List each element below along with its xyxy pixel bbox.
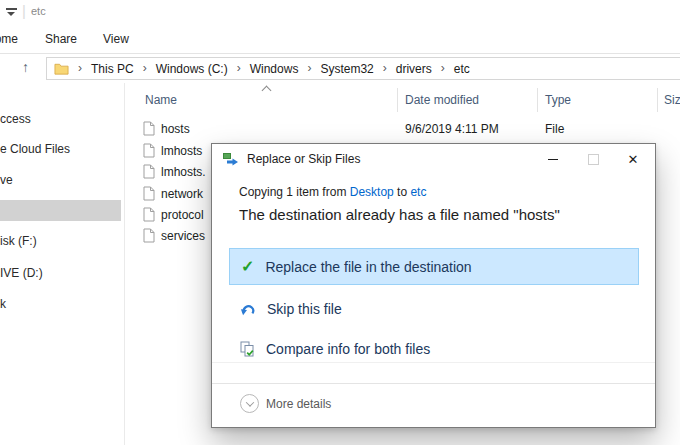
quick-access-toolbar-icon[interactable] — [6, 8, 18, 16]
maximize-icon — [588, 154, 599, 165]
close-icon: ✕ — [628, 152, 639, 167]
replace-file-label: Replace the file in the destination — [265, 259, 471, 275]
destination-folder-link[interactable]: etc — [410, 185, 426, 199]
sidebar-item-selected[interactable] — [0, 200, 121, 221]
more-details-toggle[interactable]: More details — [240, 394, 331, 413]
source-folder-link[interactable]: Desktop — [350, 185, 394, 199]
copy-status-mid: to — [394, 185, 411, 199]
column-divider[interactable] — [397, 88, 398, 112]
compare-files-icon — [240, 341, 255, 357]
file-icon — [143, 121, 155, 136]
breadcrumb-system32[interactable]: System32 — [320, 62, 373, 76]
breadcrumb-windows-c[interactable]: Windows (C:) — [156, 62, 228, 76]
sidebar-item-cloud-files[interactable]: e Cloud Files — [0, 141, 70, 157]
tab-home[interactable]: Home — [0, 32, 18, 46]
file-icon — [143, 207, 155, 222]
breadcrumb-windows[interactable]: Windows — [250, 62, 299, 76]
breadcrumb-separator: › — [237, 61, 241, 75]
file-row-name[interactable]: lmhosts. — [161, 164, 206, 180]
skip-file-option[interactable]: Skip this file — [229, 290, 639, 327]
dialog-divider — [212, 383, 655, 384]
folder-icon — [54, 62, 69, 75]
minimize-button[interactable] — [533, 144, 573, 174]
dialog-divider — [212, 362, 655, 363]
explorer-window: | etc Home Share View ↑ › This PC › Wind… — [0, 0, 680, 445]
column-header-type[interactable]: Type — [545, 93, 571, 107]
dialog-window-controls: ✕ — [533, 144, 653, 174]
dialog-titlebar: Replace or Skip Files ✕ — [212, 144, 655, 174]
sidebar-item-onedrive[interactable]: ve — [0, 172, 13, 188]
file-row-name[interactable]: network — [161, 186, 203, 202]
replace-or-skip-dialog: Replace or Skip Files ✕ Copying 1 item f… — [211, 143, 656, 428]
sort-ascending-icon — [262, 86, 272, 96]
column-divider[interactable] — [657, 88, 658, 112]
address-bar[interactable]: › This PC › Windows (C:) › Windows › Sys… — [46, 57, 680, 80]
breadcrumb-separator: › — [143, 61, 147, 75]
file-icon — [143, 164, 155, 179]
skip-file-label: Skip this file — [267, 301, 342, 317]
breadcrumb-this-pc[interactable]: This PC — [91, 62, 134, 76]
titlebar-divider: | — [22, 2, 26, 19]
breadcrumb-separator: › — [441, 61, 445, 75]
chevron-down-icon — [7, 12, 15, 16]
ribbon-divider — [0, 53, 680, 54]
compare-files-label: Compare info for both files — [266, 341, 430, 357]
sidebar-item-disk-f[interactable]: isk (F:) — [0, 233, 37, 249]
file-row-name[interactable]: lmhosts — [161, 143, 202, 159]
tab-view[interactable]: View — [103, 32, 129, 46]
tab-share[interactable]: Share — [45, 32, 77, 46]
sidebar-divider — [124, 83, 125, 445]
file-row-name[interactable]: protocol — [161, 207, 204, 223]
file-icon — [143, 228, 155, 243]
window-title: etc — [31, 5, 46, 17]
copy-status-prefix: Copying 1 item from — [239, 185, 350, 199]
conflict-headline: The destination already has a file named… — [239, 206, 560, 223]
breadcrumb-separator: › — [383, 61, 387, 75]
close-button[interactable]: ✕ — [613, 144, 653, 174]
qat-bar — [6, 8, 17, 10]
breadcrumb-separator: › — [78, 61, 82, 75]
sidebar-item-network[interactable]: k — [0, 296, 6, 312]
breadcrumb-drivers[interactable]: drivers — [396, 62, 432, 76]
breadcrumb-separator: › — [307, 61, 311, 75]
column-divider[interactable] — [537, 88, 538, 112]
copy-files-icon — [223, 152, 239, 166]
file-row-type: File — [545, 122, 564, 136]
maximize-button — [573, 144, 613, 174]
skip-arrow-icon — [240, 301, 256, 317]
file-icon — [143, 186, 155, 201]
chevron-down-circle-icon — [240, 394, 259, 413]
chevron-down-icon — [245, 398, 253, 406]
column-header-date[interactable]: Date modified — [405, 93, 479, 107]
copy-status-line: Copying 1 item from Desktop to etc — [239, 185, 426, 199]
breadcrumb-etc[interactable]: etc — [454, 62, 470, 76]
sidebar-item-drive-d[interactable]: IVE (D:) — [0, 265, 43, 281]
column-header-name[interactable]: Name — [145, 93, 177, 107]
file-row-date: 9/6/2019 4:11 PM — [405, 122, 499, 136]
more-details-label: More details — [266, 397, 331, 411]
column-header-size[interactable]: Size — [664, 93, 680, 107]
file-icon — [143, 143, 155, 158]
replace-file-option[interactable]: ✓ Replace the file in the destination — [229, 248, 639, 285]
file-row-name[interactable]: hosts — [161, 121, 190, 137]
sidebar-item-quick-access[interactable]: ccess — [0, 111, 31, 127]
dialog-title: Replace or Skip Files — [247, 152, 360, 166]
file-row-name[interactable]: services — [161, 228, 205, 244]
up-arrow-icon[interactable]: ↑ — [22, 59, 29, 75]
check-icon: ✓ — [241, 259, 254, 275]
minimize-icon — [548, 159, 558, 160]
